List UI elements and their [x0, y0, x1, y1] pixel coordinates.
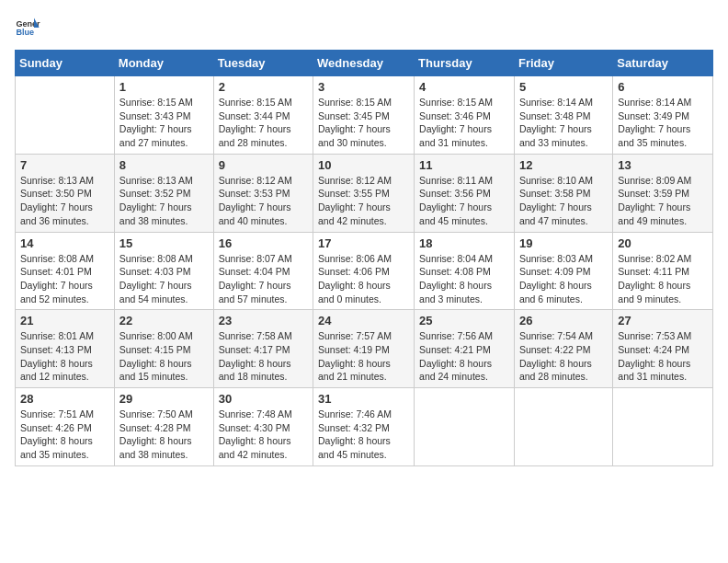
day-number: 21: [20, 314, 109, 327]
day-number: 1: [119, 80, 209, 94]
day-cell: 27Sunrise: 7:53 AM Sunset: 4:24 PM Dayli…: [613, 310, 713, 388]
day-detail: Sunrise: 7:54 AM Sunset: 4:22 PM Dayligh…: [519, 329, 608, 384]
day-cell: [415, 388, 515, 466]
day-number: 18: [419, 236, 509, 250]
day-detail: Sunrise: 7:48 AM Sunset: 4:30 PM Dayligh…: [219, 408, 308, 462]
day-cell: 1Sunrise: 8:15 AM Sunset: 3:43 PM Daylig…: [114, 76, 213, 155]
day-number: 28: [20, 392, 109, 406]
day-cell: 7Sunrise: 8:13 AM Sunset: 3:50 PM Daylig…: [16, 154, 115, 232]
week-row-2: 7Sunrise: 8:13 AM Sunset: 3:50 PM Daylig…: [16, 154, 713, 232]
day-cell: 20Sunrise: 8:02 AM Sunset: 4:11 PM Dayli…: [613, 232, 713, 310]
day-number: 4: [419, 80, 509, 94]
header-friday: Friday: [514, 51, 612, 76]
day-cell: [514, 388, 612, 466]
day-cell: 29Sunrise: 7:50 AM Sunset: 4:28 PM Dayli…: [114, 388, 213, 466]
header-row: SundayMondayTuesdayWednesdayThursdayFrid…: [16, 51, 713, 76]
week-row-3: 14Sunrise: 8:08 AM Sunset: 4:01 PM Dayli…: [16, 232, 713, 310]
day-cell: 23Sunrise: 7:58 AM Sunset: 4:17 PM Dayli…: [213, 310, 313, 388]
day-detail: Sunrise: 7:53 AM Sunset: 4:24 PM Dayligh…: [618, 329, 708, 384]
day-cell: 6Sunrise: 8:14 AM Sunset: 3:49 PM Daylig…: [613, 76, 713, 155]
day-detail: Sunrise: 8:03 AM Sunset: 4:09 PM Dayligh…: [519, 252, 608, 306]
week-row-5: 28Sunrise: 7:51 AM Sunset: 4:26 PM Dayli…: [16, 388, 713, 466]
day-cell: 8Sunrise: 8:13 AM Sunset: 3:52 PM Daylig…: [114, 154, 213, 232]
day-number: 9: [219, 158, 308, 172]
day-number: 7: [20, 158, 109, 172]
day-detail: Sunrise: 8:00 AM Sunset: 4:15 PM Dayligh…: [119, 329, 209, 384]
day-cell: 15Sunrise: 8:08 AM Sunset: 4:03 PM Dayli…: [114, 232, 213, 310]
day-number: 6: [618, 80, 708, 94]
day-detail: Sunrise: 8:04 AM Sunset: 4:08 PM Dayligh…: [419, 252, 509, 306]
day-cell: 16Sunrise: 8:07 AM Sunset: 4:04 PM Dayli…: [213, 232, 313, 310]
day-number: 11: [419, 158, 509, 172]
day-detail: Sunrise: 8:01 AM Sunset: 4:13 PM Dayligh…: [20, 329, 109, 384]
day-number: 25: [419, 314, 509, 327]
day-detail: Sunrise: 8:13 AM Sunset: 3:50 PM Dayligh…: [20, 174, 109, 228]
day-number: 3: [318, 80, 409, 94]
day-number: 13: [618, 158, 708, 172]
day-number: 14: [20, 236, 109, 250]
day-cell: 5Sunrise: 8:14 AM Sunset: 3:48 PM Daylig…: [514, 76, 612, 155]
logo: General Blue: [15, 15, 44, 40]
day-number: 20: [618, 236, 708, 250]
day-cell: 13Sunrise: 8:09 AM Sunset: 3:59 PM Dayli…: [613, 154, 713, 232]
day-detail: Sunrise: 8:15 AM Sunset: 3:45 PM Dayligh…: [318, 96, 409, 150]
day-number: 5: [519, 80, 608, 94]
day-number: 15: [119, 236, 209, 250]
day-number: 24: [318, 314, 409, 327]
day-detail: Sunrise: 7:58 AM Sunset: 4:17 PM Dayligh…: [219, 329, 308, 384]
day-cell: 30Sunrise: 7:48 AM Sunset: 4:30 PM Dayli…: [213, 388, 313, 466]
day-number: 19: [519, 236, 608, 250]
day-detail: Sunrise: 8:12 AM Sunset: 3:53 PM Dayligh…: [219, 174, 308, 228]
day-cell: 25Sunrise: 7:56 AM Sunset: 4:21 PM Dayli…: [415, 310, 515, 388]
day-detail: Sunrise: 7:50 AM Sunset: 4:28 PM Dayligh…: [119, 408, 209, 462]
day-detail: Sunrise: 8:07 AM Sunset: 4:04 PM Dayligh…: [219, 252, 308, 306]
day-number: 12: [519, 158, 608, 172]
day-detail: Sunrise: 8:15 AM Sunset: 3:43 PM Dayligh…: [119, 96, 209, 150]
day-detail: Sunrise: 8:15 AM Sunset: 3:44 PM Dayligh…: [219, 96, 308, 150]
day-cell: 26Sunrise: 7:54 AM Sunset: 4:22 PM Dayli…: [514, 310, 612, 388]
day-cell: 9Sunrise: 8:12 AM Sunset: 3:53 PM Daylig…: [213, 154, 313, 232]
day-cell: 14Sunrise: 8:08 AM Sunset: 4:01 PM Dayli…: [16, 232, 115, 310]
day-number: 27: [618, 314, 708, 327]
day-detail: Sunrise: 8:09 AM Sunset: 3:59 PM Dayligh…: [618, 174, 708, 228]
day-detail: Sunrise: 8:13 AM Sunset: 3:52 PM Dayligh…: [119, 174, 209, 228]
day-number: 16: [219, 236, 308, 250]
day-number: 17: [318, 236, 409, 250]
day-cell: 18Sunrise: 8:04 AM Sunset: 4:08 PM Dayli…: [415, 232, 515, 310]
day-number: 2: [219, 80, 308, 94]
day-detail: Sunrise: 8:02 AM Sunset: 4:11 PM Dayligh…: [618, 252, 708, 306]
day-number: 22: [119, 314, 209, 327]
day-detail: Sunrise: 8:15 AM Sunset: 3:46 PM Dayligh…: [419, 96, 509, 150]
day-detail: Sunrise: 8:14 AM Sunset: 3:48 PM Dayligh…: [519, 96, 608, 150]
calendar-table: SundayMondayTuesdayWednesdayThursdayFrid…: [15, 50, 713, 466]
day-cell: 11Sunrise: 8:11 AM Sunset: 3:56 PM Dayli…: [415, 154, 515, 232]
day-detail: Sunrise: 7:56 AM Sunset: 4:21 PM Dayligh…: [419, 329, 509, 384]
day-number: 10: [318, 158, 409, 172]
day-cell: 24Sunrise: 7:57 AM Sunset: 4:19 PM Dayli…: [313, 310, 415, 388]
day-number: 31: [318, 392, 409, 406]
week-row-1: 1Sunrise: 8:15 AM Sunset: 3:43 PM Daylig…: [16, 76, 713, 155]
day-detail: Sunrise: 8:12 AM Sunset: 3:55 PM Dayligh…: [318, 174, 409, 228]
day-cell: 12Sunrise: 8:10 AM Sunset: 3:58 PM Dayli…: [514, 154, 612, 232]
day-detail: Sunrise: 8:06 AM Sunset: 4:06 PM Dayligh…: [318, 252, 409, 306]
day-number: 8: [119, 158, 209, 172]
day-cell: 3Sunrise: 8:15 AM Sunset: 3:45 PM Daylig…: [313, 76, 415, 155]
day-cell: 31Sunrise: 7:46 AM Sunset: 4:32 PM Dayli…: [313, 388, 415, 466]
day-cell: 19Sunrise: 8:03 AM Sunset: 4:09 PM Dayli…: [514, 232, 612, 310]
header-sunday: Sunday: [16, 51, 115, 76]
day-detail: Sunrise: 8:08 AM Sunset: 4:03 PM Dayligh…: [119, 252, 209, 306]
day-cell: 21Sunrise: 8:01 AM Sunset: 4:13 PM Dayli…: [16, 310, 115, 388]
day-cell: 4Sunrise: 8:15 AM Sunset: 3:46 PM Daylig…: [415, 76, 515, 155]
day-detail: Sunrise: 8:11 AM Sunset: 3:56 PM Dayligh…: [419, 174, 509, 228]
day-cell: 10Sunrise: 8:12 AM Sunset: 3:55 PM Dayli…: [313, 154, 415, 232]
day-detail: Sunrise: 7:46 AM Sunset: 4:32 PM Dayligh…: [318, 408, 409, 462]
calendar-header: SundayMondayTuesdayWednesdayThursdayFrid…: [16, 51, 713, 76]
header-saturday: Saturday: [613, 51, 713, 76]
day-cell: 22Sunrise: 8:00 AM Sunset: 4:15 PM Dayli…: [114, 310, 213, 388]
week-row-4: 21Sunrise: 8:01 AM Sunset: 4:13 PM Dayli…: [16, 310, 713, 388]
svg-text:Blue: Blue: [16, 28, 34, 37]
page-header: General Blue: [15, 15, 713, 40]
day-detail: Sunrise: 7:57 AM Sunset: 4:19 PM Dayligh…: [318, 329, 409, 384]
day-number: 23: [219, 314, 308, 327]
header-monday: Monday: [114, 51, 213, 76]
